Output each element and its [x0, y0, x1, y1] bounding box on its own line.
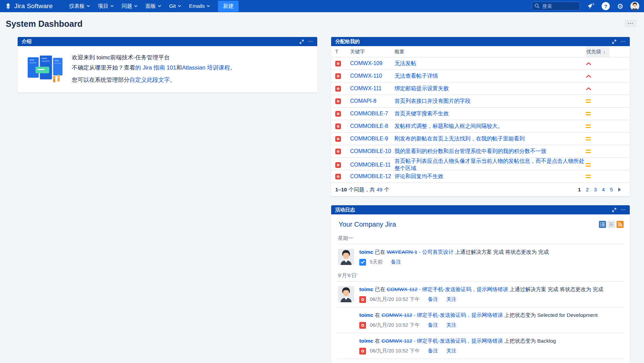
user-avatar[interactable]	[630, 2, 639, 11]
issue-key-link[interactable]: COMMOBILE-10	[350, 148, 395, 154]
issue-summary-link[interactable]: 无法查看帖子详情	[395, 73, 586, 80]
chevron-down-icon	[178, 5, 181, 7]
expand-icon[interactable]	[612, 208, 616, 212]
bug-type-icon	[335, 73, 341, 79]
activity-user-link[interactable]: toimc	[359, 312, 373, 318]
activity-issue-key-link[interactable]: WAYEARN-1	[387, 249, 417, 255]
page-link[interactable]: 3	[594, 187, 597, 193]
activity-user-link[interactable]: toimc	[359, 338, 373, 344]
issue-key-link[interactable]: COMWX-109	[350, 60, 395, 66]
pagination: 12345	[578, 187, 621, 193]
announcement-icon[interactable]	[587, 3, 595, 9]
issue-key-link[interactable]: COMMOBILE-11	[350, 162, 395, 168]
issue-key-link[interactable]: COMWX-110	[350, 73, 395, 79]
priority-high-icon	[586, 74, 609, 78]
settings-gear-icon[interactable]: ⚙	[617, 3, 623, 10]
chevron-down-icon	[110, 5, 114, 7]
issue-row: COMMOBILE-11首页帖子列表应点击人物头像才显示当前人物的发帖信息，而不…	[331, 158, 630, 170]
issue-summary-link[interactable]: 首页关键字搜索不生效	[395, 110, 586, 117]
bug-type-icon	[335, 111, 341, 117]
issue-summary-link[interactable]: 首页帖子列表应点击人物头像才显示当前人物的发帖信息，而不是点击人物所处整个区域	[395, 158, 586, 172]
page-link[interactable]: 4	[602, 187, 605, 193]
activity-action-link[interactable]: 备注	[428, 348, 438, 354]
issue-summary-link[interactable]: 无法发帖	[395, 60, 586, 67]
issue-summary-link[interactable]: 刚发布的新帖在首页上无法找到，在我的帖子里能看到	[395, 135, 586, 142]
activity-action-link[interactable]: 备注	[391, 259, 401, 265]
activity-entry: toimc 在 COMWX-112 - 绑定手机-发送验证码，提示网络错误 上把…	[337, 307, 624, 333]
panel-more-icon[interactable]: ···	[621, 40, 626, 43]
activity-user-link[interactable]: toimc	[359, 286, 373, 292]
help-icon[interactable]: ?	[602, 2, 610, 10]
issue-key-link[interactable]: COMAPI-8	[350, 98, 395, 104]
activity-issue-link[interactable]: - 公司首页设计	[417, 249, 454, 255]
issue-key-link[interactable]: COMMOBILE-7	[350, 111, 395, 117]
issue-row: COMMOBILE-10我的里看到的积分数和后台管理系统中看到的我的积分数不一致	[331, 145, 630, 158]
chevron-down-icon	[134, 5, 137, 7]
activity-issue-key-link[interactable]: COMWX-112	[381, 312, 412, 318]
activity-user-link[interactable]: toimc	[359, 249, 373, 255]
priority-high-icon	[586, 87, 609, 91]
avatar-toimc	[338, 286, 354, 302]
activity-time: 06/九月/20 10:52 下午	[370, 348, 420, 354]
issue-key-link[interactable]: COMMOBILE-8	[350, 123, 395, 129]
issue-summary-link[interactable]: 评论和回复均不生效	[395, 173, 586, 180]
dashboard-more-button[interactable]: ···	[625, 20, 637, 27]
expand-icon[interactable]	[300, 40, 304, 44]
page-link[interactable]: 2	[586, 187, 589, 193]
issue-key-link[interactable]: COMWX-111	[350, 85, 395, 92]
create-button[interactable]: 新建	[218, 1, 239, 12]
priority-medium-icon	[586, 137, 609, 141]
chevron-down-icon	[87, 5, 90, 7]
panel-more-icon[interactable]: ···	[308, 40, 313, 43]
total-issues-link[interactable]: 49	[377, 187, 382, 193]
activity-action-link[interactable]: 关注	[446, 296, 457, 303]
activity-action-link[interactable]: 关注	[446, 322, 457, 328]
customize-text-link[interactable]: 自定义此段文字	[129, 77, 170, 83]
issue-summary-link[interactable]: 我的里看到的积分数和后台管理系统中看到的我的积分数不一致	[395, 148, 586, 155]
activity-time: 5天前	[370, 259, 383, 265]
expand-icon[interactable]	[612, 40, 616, 44]
navbar-menu-2[interactable]: 项目	[94, 0, 118, 12]
page-link[interactable]: 5	[610, 187, 613, 193]
atlassian-training-link[interactable]: Atlassian 培训课程	[182, 64, 230, 71]
navbar-menu-4[interactable]: 面板	[141, 0, 165, 12]
stream-view-list-icon[interactable]	[608, 221, 615, 228]
issue-key-link[interactable]: COMMOBILE-12	[350, 173, 395, 179]
activity-time: 06/九月/20 10:52 下午	[370, 322, 420, 328]
col-priority-sort[interactable]: 优先级 ↓	[586, 46, 609, 57]
activity-issue-key-link[interactable]: COMWX-112	[387, 286, 418, 292]
stream-title: Your Company Jira	[339, 221, 396, 228]
navbar-menu-3[interactable]: 问题	[118, 0, 141, 12]
activity-panel-title: 活动日志	[335, 207, 355, 213]
activity-action-link[interactable]: 关注	[446, 348, 457, 354]
bug-type-icon	[335, 123, 341, 129]
activity-action-link[interactable]: 备注	[428, 296, 438, 303]
activity-issue-link[interactable]: - 绑定手机-发送验证码，提示网络错误	[412, 312, 503, 318]
activity-issue-key-link[interactable]: COMWX-112	[381, 338, 412, 344]
issue-summary-link[interactable]: 首页列表接口并没有图片的字段	[395, 98, 586, 105]
activity-issue-link[interactable]: - 绑定手机-发送验证码，提示网络错误	[412, 338, 503, 344]
stream-view-basic-icon[interactable]	[599, 221, 606, 228]
bug-type-icon	[335, 174, 341, 179]
bug-icon	[359, 348, 366, 355]
issue-summary-link[interactable]: 绑定邮箱提示设置失败	[395, 85, 586, 92]
issue-key-link[interactable]: COMMOBILE-9	[350, 136, 395, 142]
panel-more-icon[interactable]: ···	[621, 208, 626, 212]
jira-101-link[interactable]: 的 Jira 指南 101	[135, 64, 176, 71]
bug-type-icon	[335, 162, 341, 168]
activity-entry: 封晶 创建了 COMWX-112 - 绑定手机-发送验证码，提示网络错误06/九…	[337, 359, 624, 363]
navbar-menu-5[interactable]: Git	[165, 0, 185, 12]
navbar-menu-6[interactable]: Emails	[185, 0, 214, 12]
next-page-icon[interactable]	[618, 188, 621, 192]
issue-row: COMAPI-8首页列表接口并没有图片的字段	[331, 95, 630, 108]
navbar-menu-1[interactable]: 仪表板	[65, 0, 94, 12]
issue-summary-link[interactable]: 发帖样式调整，标题和输入框之间间隔较大。	[395, 123, 586, 130]
bug-type-icon	[335, 98, 341, 104]
activity-date-separator: 星期一	[337, 232, 624, 244]
jira-logo[interactable]: Jira Software	[5, 2, 53, 10]
rss-icon[interactable]	[617, 221, 624, 228]
issue-row: COMWX-111绑定邮箱提示设置失败	[331, 82, 630, 95]
activity-action-link[interactable]: 备注	[428, 322, 438, 328]
activity-issue-link[interactable]: - 绑定手机-发送验证码，提示网络错误	[418, 286, 508, 292]
issue-table-header: T 关键字 概要 优先级 ↓	[331, 46, 630, 57]
